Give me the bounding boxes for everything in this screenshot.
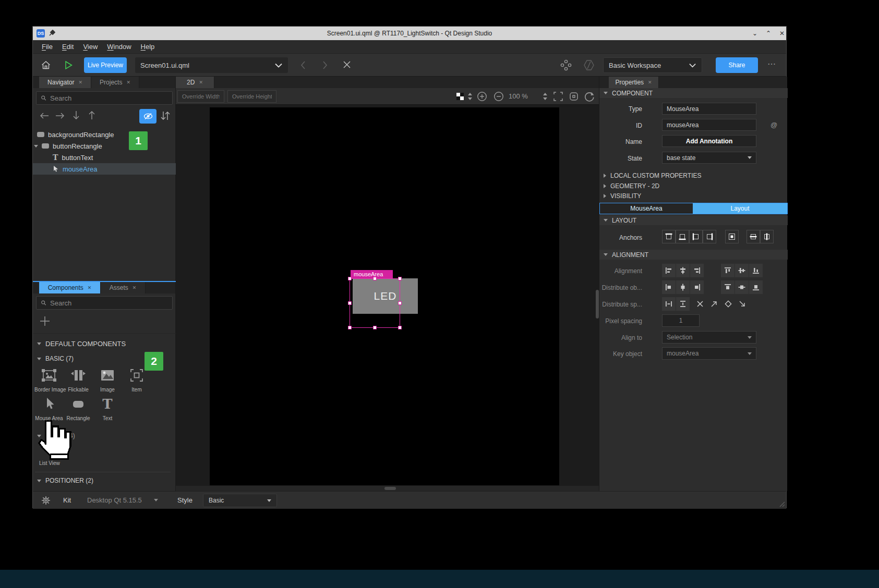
anchor-top-button[interactable]: [662, 230, 676, 243]
selection-handle-top-center[interactable]: [373, 277, 377, 280]
override-height-field[interactable]: [227, 90, 276, 103]
distribute-spacing-horizontal-button[interactable]: [662, 297, 676, 311]
close-icon[interactable]: ✕: [126, 80, 130, 85]
tree-row-button-text[interactable]: T buttonText: [33, 152, 176, 163]
annotation-at-icon[interactable]: @: [770, 121, 777, 129]
fit-to-screen-icon[interactable]: [553, 91, 563, 102]
tab-layout[interactable]: Layout: [693, 203, 787, 214]
horizontal-scrollbar-track[interactable]: [176, 486, 599, 491]
tab-projects[interactable]: Projects✕: [91, 77, 139, 88]
section-geometry-2d[interactable]: GEOMETRY - 2D: [604, 182, 659, 190]
component-image[interactable]: Image: [93, 368, 122, 393]
pixel-spacing-field[interactable]: [662, 314, 700, 327]
selection-handle-bottom-center[interactable]: [373, 326, 377, 329]
align-vertical-center-button[interactable]: [735, 264, 749, 277]
components-search-input[interactable]: [50, 299, 168, 307]
distribute-top-button[interactable]: [721, 280, 734, 294]
components-search[interactable]: [36, 296, 173, 310]
state-dropdown[interactable]: base state: [662, 152, 756, 164]
window-shade-button[interactable]: ⌄: [749, 27, 761, 40]
override-width-input[interactable]: [182, 93, 220, 100]
more-options-button[interactable]: ⋯: [767, 59, 777, 69]
gear-icon[interactable]: [41, 496, 51, 505]
close-icon[interactable]: ✕: [78, 80, 82, 85]
tree-row-background-rectangle[interactable]: backgroundRectangle: [33, 129, 176, 140]
component-rectangle[interactable]: Rectangle: [64, 396, 93, 421]
anchor-horizontal-center-button[interactable]: [760, 230, 774, 243]
distribute-diagonal-down-button[interactable]: [736, 297, 749, 311]
add-annotation-button[interactable]: Add Annotation: [662, 135, 756, 147]
horizontal-scrollbar-thumb[interactable]: [384, 487, 396, 490]
forward-icon[interactable]: [321, 60, 329, 70]
move-up-icon[interactable]: [88, 110, 95, 120]
menu-view[interactable]: View: [78, 43, 102, 51]
clip-content-icon[interactable]: [569, 91, 579, 102]
pixel-spacing-input[interactable]: [667, 317, 695, 324]
menu-file[interactable]: File: [37, 43, 57, 51]
id-field[interactable]: [662, 119, 756, 131]
move-left-icon[interactable]: [39, 112, 50, 119]
home-icon[interactable]: [41, 60, 51, 70]
distribute-spacing-vertical-button[interactable]: [676, 297, 690, 311]
reverse-order-icon[interactable]: [159, 109, 172, 122]
code-view-icon[interactable]: [583, 59, 595, 71]
section-positioner[interactable]: POSITIONER (2): [37, 477, 93, 484]
window-close-button[interactable]: ✕: [776, 27, 788, 40]
align-horizontal-center-button[interactable]: [676, 264, 690, 277]
share-button[interactable]: Share: [716, 57, 758, 73]
zoom-in-icon[interactable]: [477, 91, 487, 102]
distribute-left-button[interactable]: [662, 280, 676, 294]
tab-assets[interactable]: Assets✕: [101, 282, 146, 293]
type-field[interactable]: [662, 103, 756, 115]
distribute-vertical-center-button[interactable]: [735, 280, 749, 294]
move-right-icon[interactable]: [55, 112, 65, 119]
stepper-icon[interactable]: [467, 92, 473, 101]
override-height-input[interactable]: [232, 93, 272, 100]
align-top-button[interactable]: [721, 264, 734, 277]
section-alignment[interactable]: ALIGNMENT: [599, 250, 788, 260]
component-text[interactable]: T Text: [93, 396, 122, 421]
selection-rectangle[interactable]: [350, 278, 400, 328]
show-hidden-items-button[interactable]: [139, 109, 156, 124]
title-bar[interactable]: DS Screen01.ui.qml @ RT1170_LightSwitch …: [33, 27, 786, 40]
section-default-components[interactable]: DEFAULT COMPONENTS: [37, 340, 126, 348]
move-down-icon[interactable]: [73, 110, 80, 120]
window-maximize-button[interactable]: ⌃: [762, 27, 775, 40]
background-color-icon[interactable]: [456, 93, 464, 100]
align-to-dropdown[interactable]: Selection: [662, 331, 756, 344]
component-border-image[interactable]: Border Image: [34, 368, 64, 393]
resize-grip[interactable]: [778, 500, 785, 507]
key-object-dropdown[interactable]: mouseArea: [662, 347, 756, 360]
tab-mousearea[interactable]: MouseArea: [600, 203, 693, 214]
selection-handle-top-right[interactable]: [398, 277, 402, 280]
distribute-keep-ratio-button[interactable]: [721, 297, 735, 311]
selection-handle-mid-left[interactable]: [348, 301, 352, 305]
distribute-none-button[interactable]: [693, 297, 707, 311]
align-right-button[interactable]: [690, 264, 704, 277]
kit-selector-icon[interactable]: [560, 59, 572, 71]
selection-handle-bottom-left[interactable]: [348, 326, 352, 329]
section-component[interactable]: COMPONENT: [599, 88, 788, 98]
tab-2d[interactable]: 2D✕: [176, 77, 214, 88]
close-icon[interactable]: ✕: [199, 80, 203, 85]
open-file-dropdown[interactable]: Screen01.ui.qml: [135, 57, 288, 73]
anchor-left-button[interactable]: [689, 230, 703, 243]
tree-row-button-rectangle[interactable]: buttonRectangle: [33, 140, 176, 152]
id-input[interactable]: [667, 121, 752, 129]
distribute-right-button[interactable]: [690, 280, 704, 294]
workspace-dropdown[interactable]: Basic Workspace: [603, 57, 702, 73]
tab-properties[interactable]: Properties✕: [609, 77, 659, 88]
tab-navigator[interactable]: Navigator✕: [39, 77, 91, 88]
close-document-icon[interactable]: [342, 60, 352, 69]
navigator-search[interactable]: [36, 91, 173, 105]
menu-window[interactable]: Window: [102, 43, 136, 51]
menu-help[interactable]: Help: [136, 43, 160, 51]
zoom-out-icon[interactable]: [493, 91, 504, 102]
style-dropdown[interactable]: Basic: [203, 494, 277, 507]
align-left-button[interactable]: [662, 264, 676, 277]
add-module-icon[interactable]: [39, 315, 51, 327]
run-icon[interactable]: [63, 60, 74, 70]
section-basic[interactable]: BASIC (7): [37, 355, 74, 362]
section-local-custom-properties[interactable]: LOCAL CUSTOM PROPERTIES: [604, 172, 702, 179]
expander-icon[interactable]: [34, 145, 38, 148]
